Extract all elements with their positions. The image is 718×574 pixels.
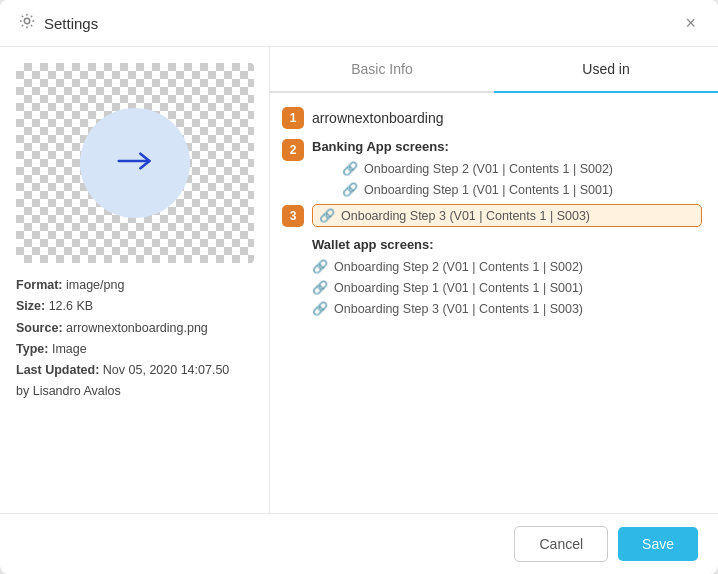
author-row: by Lisandro Avalos bbox=[16, 381, 253, 402]
link-icon-w2: 🔗 bbox=[312, 280, 328, 295]
cancel-button[interactable]: Cancel bbox=[514, 526, 608, 562]
tabs: Basic Info Used in bbox=[270, 47, 718, 93]
source-value: arrownextonboarding.png bbox=[66, 321, 208, 335]
right-panel: Basic Info Used in 1 arrownextonboarding… bbox=[270, 47, 718, 513]
section-banking: 2 Banking App screens: 🔗 Onboarding Step… bbox=[282, 139, 702, 227]
dialog-body: Format: image/png Size: 12.6 KB Source: … bbox=[0, 47, 718, 513]
size-row: Size: 12.6 KB bbox=[16, 296, 253, 317]
left-panel: Format: image/png Size: 12.6 KB Source: … bbox=[0, 47, 270, 513]
header-left: Settings bbox=[18, 12, 98, 34]
asset-name-row: 1 arrownextonboarding bbox=[282, 107, 702, 129]
link-icon-3: 🔗 bbox=[319, 208, 335, 223]
type-label: Type: bbox=[16, 342, 48, 356]
last-updated-row: Last Updated: Nov 05, 2020 14:07.50 bbox=[16, 360, 253, 381]
gear-icon bbox=[18, 12, 36, 34]
banking-item-2: 🔗 Onboarding Step 1 (V01 | Contents 1 | … bbox=[312, 179, 613, 200]
banking-item-3-highlighted: 🔗 Onboarding Step 3 (V01 | Contents 1 | … bbox=[312, 204, 702, 227]
image-preview bbox=[16, 63, 254, 263]
badge-3: 3 bbox=[282, 205, 304, 227]
link-icon-1: 🔗 bbox=[342, 161, 358, 176]
close-icon[interactable]: × bbox=[681, 12, 700, 34]
dialog-footer: Cancel Save bbox=[0, 513, 718, 574]
size-label: Size: bbox=[16, 299, 45, 313]
arrow-right-icon bbox=[117, 143, 153, 183]
tab-basic-info[interactable]: Basic Info bbox=[270, 47, 494, 93]
format-label: Format: bbox=[16, 278, 63, 292]
type-row: Type: Image bbox=[16, 339, 253, 360]
wallet-item-3: 🔗 Onboarding Step 3 (V01 | Contents 1 | … bbox=[282, 298, 702, 319]
format-value: image/png bbox=[66, 278, 124, 292]
tab-used-in[interactable]: Used in bbox=[494, 47, 718, 93]
author-value: Lisandro Avalos bbox=[33, 384, 121, 398]
type-value: Image bbox=[52, 342, 87, 356]
source-row: Source: arrownextonboarding.png bbox=[16, 318, 253, 339]
wallet-item-2: 🔗 Onboarding Step 1 (V01 | Contents 1 | … bbox=[282, 277, 702, 298]
last-updated-label: Last Updated: bbox=[16, 363, 99, 377]
link-icon-w3: 🔗 bbox=[312, 301, 328, 316]
svg-point-0 bbox=[24, 18, 29, 23]
source-label: Source: bbox=[16, 321, 63, 335]
link-icon-w1: 🔗 bbox=[312, 259, 328, 274]
badge-2: 2 bbox=[282, 139, 304, 161]
last-updated-value: Nov 05, 2020 14:07.50 bbox=[103, 363, 230, 377]
size-value: 12.6 KB bbox=[49, 299, 93, 313]
link-icon-2: 🔗 bbox=[342, 182, 358, 197]
author-prefix: by bbox=[16, 384, 29, 398]
wallet-section-title: Wallet app screens: bbox=[282, 237, 702, 252]
badge-1: 1 bbox=[282, 107, 304, 129]
dialog-header: Settings × bbox=[0, 0, 718, 47]
save-button[interactable]: Save bbox=[618, 527, 698, 561]
asset-name: arrownextonboarding bbox=[312, 110, 444, 126]
wallet-item-1: 🔗 Onboarding Step 2 (V01 | Contents 1 | … bbox=[282, 256, 702, 277]
banking-item-1: 🔗 Onboarding Step 2 (V01 | Contents 1 | … bbox=[312, 158, 613, 179]
meta-info: Format: image/png Size: 12.6 KB Source: … bbox=[16, 275, 253, 403]
badge-section-2-row: 2 Banking App screens: 🔗 Onboarding Step… bbox=[282, 139, 702, 200]
used-in-content: 1 arrownextonboarding 2 Banking App scre… bbox=[270, 93, 718, 513]
dialog-title: Settings bbox=[44, 15, 98, 32]
banking-section-title: Banking App screens: bbox=[312, 139, 613, 154]
section-wallet: Wallet app screens: 🔗 Onboarding Step 2 … bbox=[282, 237, 702, 319]
settings-dialog: Settings × Format: image bbox=[0, 0, 718, 574]
image-circle bbox=[80, 108, 190, 218]
format-row: Format: image/png bbox=[16, 275, 253, 296]
